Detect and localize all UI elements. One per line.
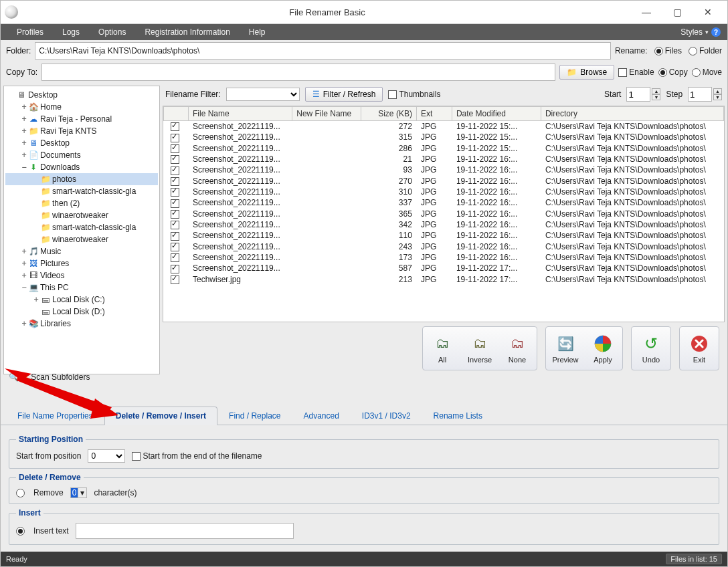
- thumbnails-checkbox[interactable]: Thumbnails: [388, 90, 440, 99]
- row-checkbox[interactable]: [171, 177, 179, 186]
- tab-find-replace[interactable]: Find / Replace: [217, 407, 292, 425]
- minimize-button[interactable]: —: [631, 1, 662, 23]
- col-dir[interactable]: Directory: [541, 107, 723, 121]
- expand-icon[interactable]: +: [20, 319, 28, 328]
- expand-icon[interactable]: −: [20, 162, 28, 172]
- row-checkbox[interactable]: [171, 122, 179, 131]
- table-row[interactable]: Screenshot_20221119...272JPG19-11-2022 1…: [164, 121, 724, 132]
- remove-count-select[interactable]: 0: [71, 488, 78, 497]
- menu-help[interactable]: Help: [240, 25, 275, 39]
- row-checkbox[interactable]: [171, 243, 179, 251]
- col-ext[interactable]: Ext: [416, 107, 452, 121]
- row-checkbox[interactable]: [171, 199, 179, 208]
- col-checkbox[interactable]: [164, 107, 189, 121]
- table-row[interactable]: Screenshot_20221119...21JPG19-11-2022 16…: [164, 154, 724, 164]
- expand-icon[interactable]: +: [20, 259, 28, 268]
- undo-button[interactable]: ↺Undo: [634, 329, 668, 368]
- table-row[interactable]: Screenshot_20221119...110JPG19-11-2022 1…: [164, 230, 724, 241]
- table-row[interactable]: Screenshot_20221119...173JPG19-11-2022 1…: [164, 252, 724, 263]
- tab-advanced[interactable]: Advanced: [292, 407, 350, 425]
- table-row[interactable]: Screenshot_20221119...286JPG19-11-2022 1…: [164, 143, 724, 154]
- move-radio[interactable]: Move: [692, 68, 722, 77]
- row-checkbox[interactable]: [171, 221, 179, 229]
- expand-icon[interactable]: +: [32, 295, 40, 304]
- tree-item[interactable]: +☁Ravi Teja - Personal: [5, 113, 158, 125]
- tab-rename-lists[interactable]: Rename Lists: [422, 407, 494, 425]
- row-checkbox[interactable]: [171, 188, 179, 197]
- expand-icon[interactable]: +: [20, 150, 28, 160]
- apply-button[interactable]: Apply: [585, 329, 620, 368]
- close-button[interactable]: ✕: [693, 1, 723, 23]
- table-row[interactable]: Screenshot_20221119...310JPG19-11-2022 1…: [164, 187, 724, 197]
- tree-item[interactable]: 📁winaerotweaker: [5, 209, 158, 221]
- start-from-end-checkbox[interactable]: Start from the end of the filename: [132, 451, 262, 461]
- tab-id3[interactable]: ID3v1 / ID3v2: [351, 407, 422, 425]
- folder-path-input[interactable]: [35, 42, 611, 60]
- tree-item[interactable]: −💻This PC: [5, 281, 158, 294]
- start-input[interactable]: [626, 87, 650, 102]
- table-row[interactable]: Screenshot_20221119...243JPG19-11-2022 1…: [164, 241, 724, 252]
- table-row[interactable]: Screenshot_20221119...270JPG19-11-2022 1…: [164, 176, 724, 187]
- insert-text-input[interactable]: [76, 523, 294, 539]
- expand-icon[interactable]: +: [20, 138, 28, 148]
- row-checkbox[interactable]: [171, 232, 179, 241]
- tab-filename-properties[interactable]: File Name Properties: [6, 407, 104, 425]
- row-checkbox[interactable]: [171, 134, 179, 142]
- row-checkbox[interactable]: [171, 166, 179, 175]
- row-checkbox[interactable]: [171, 210, 179, 219]
- table-row[interactable]: Screenshot_20221119...365JPG19-11-2022 1…: [164, 209, 724, 219]
- expand-icon[interactable]: +: [20, 247, 28, 256]
- menu-logs[interactable]: Logs: [53, 25, 89, 39]
- start-spinner[interactable]: ▲▼: [652, 88, 660, 100]
- help-icon[interactable]: ?: [711, 27, 721, 37]
- tree-item[interactable]: +🎞Videos: [5, 269, 158, 281]
- enable-checkbox[interactable]: Enable: [618, 68, 654, 77]
- tree-item[interactable]: 📁then (2): [5, 197, 158, 209]
- menu-styles[interactable]: Styles: [680, 27, 703, 37]
- select-all-button[interactable]: 🗂All: [425, 329, 460, 368]
- select-none-button[interactable]: 🗂None: [500, 329, 535, 368]
- tree-item[interactable]: 📁photos: [5, 173, 158, 185]
- tree-item[interactable]: +🖥Desktop: [5, 137, 158, 149]
- tree-item[interactable]: 🖴Local Disk (D:): [5, 306, 158, 318]
- expand-icon[interactable]: +: [20, 102, 28, 112]
- col-size[interactable]: Size (KB): [361, 107, 416, 121]
- copy-radio[interactable]: Copy: [658, 68, 688, 77]
- table-row[interactable]: Screenshot_20221119...93JPG19-11-2022 16…: [164, 164, 724, 175]
- col-filename[interactable]: File Name: [189, 107, 292, 121]
- table-row[interactable]: Techwiser.jpg213JPG19-11-2022 17:...C:\U…: [164, 274, 724, 285]
- preview-button[interactable]: 🔄Preview: [548, 329, 583, 368]
- step-input[interactable]: [688, 87, 712, 102]
- tree-item[interactable]: +📄Documents: [5, 149, 158, 161]
- tree-item[interactable]: 🖥Desktop: [5, 89, 158, 101]
- row-checkbox[interactable]: [171, 253, 179, 262]
- maximize-button[interactable]: ▢: [662, 1, 693, 23]
- filter-dropdown[interactable]: [226, 88, 300, 101]
- copy-to-input[interactable]: [41, 64, 555, 81]
- row-checkbox[interactable]: [171, 155, 179, 164]
- tree-item[interactable]: +🏠Home: [5, 101, 158, 113]
- menu-registration[interactable]: Registration Information: [135, 25, 239, 39]
- menu-profiles[interactable]: Profiles: [7, 25, 53, 39]
- tab-delete-remove-insert[interactable]: Delete / Remove / Insert: [104, 407, 217, 425]
- tree-item[interactable]: −⬇Downloads: [5, 161, 158, 173]
- table-row[interactable]: Screenshot_20221119...587JPG19-11-2022 1…: [164, 263, 724, 273]
- tree-item[interactable]: +📚Libraries: [5, 318, 158, 330]
- expand-icon[interactable]: −: [20, 283, 28, 292]
- table-row[interactable]: Screenshot_20221119...342JPG19-11-2022 1…: [164, 219, 724, 230]
- col-date[interactable]: Date Modified: [452, 107, 541, 121]
- tree-item[interactable]: +🖴Local Disk (C:): [5, 294, 158, 306]
- tree-item[interactable]: +🖼Pictures: [5, 257, 158, 269]
- row-checkbox[interactable]: [171, 144, 179, 153]
- step-spinner[interactable]: ▲▼: [713, 88, 722, 100]
- start-position-select[interactable]: 0: [88, 449, 125, 463]
- expand-icon[interactable]: +: [20, 271, 28, 280]
- table-row[interactable]: Screenshot_20221119...315JPG19-11-2022 1…: [164, 132, 724, 142]
- row-checkbox[interactable]: [171, 265, 179, 273]
- remove-radio[interactable]: [16, 488, 27, 497]
- col-newname[interactable]: New File Name: [292, 107, 361, 121]
- tree-item[interactable]: +📁Ravi Teja KNTS: [5, 125, 158, 137]
- rename-folder-radio[interactable]: Folder: [689, 46, 722, 55]
- table-row[interactable]: Screenshot_20221119...337JPG19-11-2022 1…: [164, 197, 724, 208]
- menu-options[interactable]: Options: [89, 25, 135, 39]
